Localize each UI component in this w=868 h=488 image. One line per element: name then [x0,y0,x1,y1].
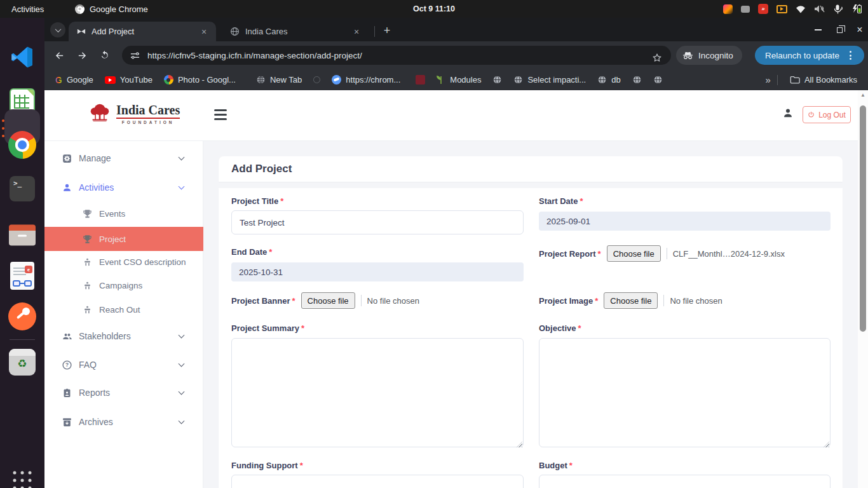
dock-show-applications-icon[interactable] [13,471,32,488]
dock-chrome-icon[interactable] [8,131,36,159]
record-icon[interactable]: » [758,4,768,14]
objective-label: Objective* [539,323,831,333]
project-title-field: Project Title* [231,196,524,234]
funding-support-label: Funding Support* [231,461,524,470]
dock-vscode-icon[interactable] [10,44,35,70]
forward-icon[interactable] [73,46,91,64]
project-report-choose-file-button[interactable]: Choose file [607,245,661,262]
project-summary-field: Project Summary* [231,323,524,450]
sidebar-item-faq[interactable]: ? FAQ [44,351,203,379]
back-icon[interactable] [50,46,68,64]
bookmarks-bar: GGoogle YouTube Photo - Googl... New Tab… [44,69,868,90]
chevron-down-icon [179,389,185,395]
dock-files-icon[interactable] [9,225,36,246]
bookmark-star-icon[interactable] [648,49,666,67]
new-tab-button[interactable]: + [379,23,395,38]
screen: Activities Google Chrome Oct 9 11:10 » [0,0,868,488]
budget-field: Budget* [539,461,831,488]
project-report-label: Project Report* [539,249,601,259]
bookmark-photos[interactable]: Photo - Googl... [158,72,241,88]
relaunch-to-update-button[interactable]: Relaunch to update [755,46,864,65]
funding-support-field: Funding Support* [231,461,524,488]
funding-support-input[interactable] [231,475,524,488]
bookmark-globe-3[interactable] [648,72,668,88]
page-viewport: India Cares Foundation Log Out [44,90,868,488]
start-date-input[interactable] [539,212,831,231]
budget-input[interactable] [539,475,831,488]
sidebar-item-stakeholders[interactable]: Stakeholders [44,322,203,350]
sidebar-item-manage[interactable]: Manage [44,144,203,172]
more-menu-icon[interactable] [850,51,851,60]
bookmarks-separator [777,75,778,85]
all-bookmarks-button[interactable]: All Bookmarks [784,72,863,88]
site-settings-icon[interactable] [130,51,140,60]
bookmark-chrome-link[interactable]: https://chrom... [326,72,406,88]
user-avatar-icon[interactable] [782,107,794,122]
chevron-down-icon [55,26,61,32]
window-close-button[interactable]: × [853,23,867,37]
sidebar-item-archives[interactable]: Archives [44,408,203,436]
dock-terminal-icon[interactable]: >_ [10,176,35,201]
url-text[interactable]: https://icfnv5-staging.icfn.in/manage-se… [147,51,362,60]
dock-postman-icon[interactable] [8,302,36,330]
address-bar[interactable]: https://icfnv5-staging.icfn.in/manage-se… [122,46,671,65]
tab-close-icon[interactable]: × [198,26,210,37]
volume-muted-icon[interactable] [814,4,825,13]
microphone-icon[interactable] [833,4,843,14]
screenshare-icon[interactable] [776,5,787,13]
window-minimize-button[interactable] [811,23,825,37]
project-summary-textarea[interactable] [231,338,524,447]
site-logo[interactable]: India Cares Foundation [88,102,180,126]
bookmark-new-tab[interactable]: New Tab [250,72,308,88]
kiosk-icon [83,305,92,315]
tab-india-cares[interactable]: India Cares × [222,22,369,41]
window-restore-button[interactable] [832,23,846,37]
chat-icon[interactable] [741,6,750,13]
sidebar-toggle-hamburger-icon[interactable] [214,109,227,120]
bookmark-globe-1[interactable] [487,72,508,88]
sidebar-item-campaigns[interactable]: Campaigns [44,273,203,297]
sidebar-item-activities[interactable]: Activities [44,173,203,201]
scrollbar-thumb[interactable] [860,105,866,332]
page-title: Add Project [231,163,292,175]
battery-charging-icon[interactable] [851,4,862,14]
objective-textarea[interactable] [539,338,831,447]
sidebar-item-event-cso-description[interactable]: Event CSO description [44,250,203,274]
prism-icon[interactable] [723,4,733,14]
project-banner-filename: No file chosen [367,296,419,306]
end-date-label: End Date* [231,247,524,257]
browser-window: Add Project × India Cares × + × [44,18,868,488]
dock: >_ e ♻ [0,18,44,488]
bookmark-youtube[interactable]: YouTube [99,72,158,88]
bookmark-bajaj[interactable] [410,72,431,88]
wifi-icon[interactable] [796,5,806,13]
archive-icon [62,417,72,428]
bookmark-blank[interactable] [308,72,326,88]
sidebar-item-reach-out[interactable]: Reach Out [44,297,203,322]
reload-icon[interactable] [96,46,114,64]
bookmark-globe-2[interactable] [627,72,648,88]
end-date-input[interactable] [231,262,524,281]
tab-divider [374,26,375,37]
bookmark-modules[interactable]: Modules [431,72,487,88]
bookmarks-overflow-icon[interactable]: » [766,74,771,85]
tab-search-button[interactable] [50,22,65,37]
dock-document-viewer-icon[interactable]: e [10,262,34,290]
dock-trash-icon[interactable]: ♻ [9,349,36,376]
bookmark-select-impact[interactable]: Select impacti... [508,72,592,88]
tab-close-icon[interactable]: × [351,26,362,37]
project-banner-choose-file-button[interactable]: Choose file [301,292,355,309]
bookmark-db[interactable]: db [592,72,626,88]
sidebar-item-reports[interactable]: Reports [44,379,203,407]
project-title-input[interactable] [231,210,524,234]
bookmark-google[interactable]: GGoogle [50,72,99,88]
project-image-choose-file-button[interactable]: Choose file [604,292,658,309]
sidebar-item-project[interactable]: Project [44,227,203,251]
tab-add-project[interactable]: Add Project × [69,22,216,41]
scroll-up-icon[interactable]: ▲ [858,92,868,98]
globe-icon [492,75,502,85]
sidebar-item-events[interactable]: Events [44,201,203,226]
logout-button[interactable]: Log Out [803,106,851,123]
incognito-badge: Incognito [676,46,742,65]
project-banner-field: Project Banner* Choose file No file chos… [231,292,419,309]
